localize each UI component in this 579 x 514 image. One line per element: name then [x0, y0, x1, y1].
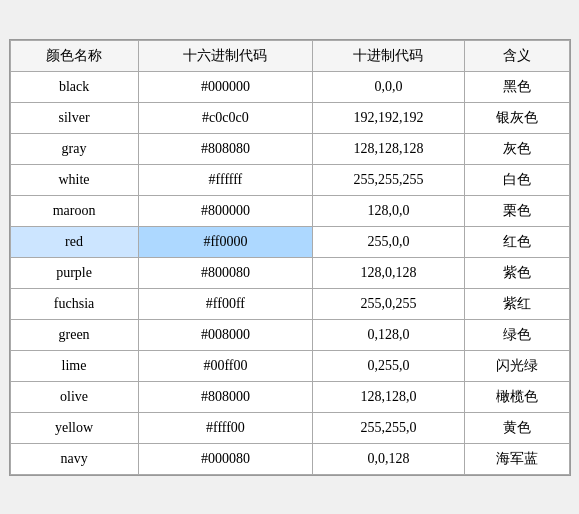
cell-meaning: 灰色 — [464, 133, 569, 164]
cell-meaning: 橄榄色 — [464, 381, 569, 412]
table-row: yellow#ffff00255,255,0黄色 — [10, 412, 569, 443]
table-row: silver#c0c0c0192,192,192银灰色 — [10, 102, 569, 133]
cell-color-name: white — [10, 164, 138, 195]
cell-hex-code: #000000 — [138, 71, 313, 102]
cell-meaning: 栗色 — [464, 195, 569, 226]
cell-color-name: yellow — [10, 412, 138, 443]
header-name: 颜色名称 — [10, 40, 138, 71]
cell-dec-code: 0,255,0 — [313, 350, 464, 381]
cell-dec-code: 255,255,0 — [313, 412, 464, 443]
cell-dec-code: 0,0,0 — [313, 71, 464, 102]
header-hex: 十六进制代码 — [138, 40, 313, 71]
cell-color-name: lime — [10, 350, 138, 381]
cell-meaning: 紫红 — [464, 288, 569, 319]
table-row: olive#808000128,128,0橄榄色 — [10, 381, 569, 412]
cell-hex-code: #000080 — [138, 443, 313, 474]
color-table-wrapper: 颜色名称 十六进制代码 十进制代码 含义 black#0000000,0,0黑色… — [9, 39, 571, 476]
table-row: white#ffffff255,255,255白色 — [10, 164, 569, 195]
cell-meaning: 紫色 — [464, 257, 569, 288]
color-table: 颜色名称 十六进制代码 十进制代码 含义 black#0000000,0,0黑色… — [10, 40, 570, 475]
header-dec: 十进制代码 — [313, 40, 464, 71]
cell-color-name: purple — [10, 257, 138, 288]
cell-color-name: fuchsia — [10, 288, 138, 319]
cell-hex-code: #808000 — [138, 381, 313, 412]
table-row: navy#0000800,0,128海军蓝 — [10, 443, 569, 474]
cell-hex-code: #008000 — [138, 319, 313, 350]
cell-dec-code: 255,0,0 — [313, 226, 464, 257]
cell-dec-code: 128,0,0 — [313, 195, 464, 226]
table-row: red#ff0000255,0,0红色 — [10, 226, 569, 257]
cell-dec-code: 192,192,192 — [313, 102, 464, 133]
cell-hex-code: #ff00ff — [138, 288, 313, 319]
table-row: green#0080000,128,0绿色 — [10, 319, 569, 350]
table-row: maroon#800000128,0,0栗色 — [10, 195, 569, 226]
cell-meaning: 红色 — [464, 226, 569, 257]
cell-hex-code: #800000 — [138, 195, 313, 226]
cell-dec-code: 0,0,128 — [313, 443, 464, 474]
cell-meaning: 白色 — [464, 164, 569, 195]
cell-hex-code: #ff0000 — [138, 226, 313, 257]
cell-color-name: green — [10, 319, 138, 350]
cell-dec-code: 128,128,0 — [313, 381, 464, 412]
cell-hex-code: #ffffff — [138, 164, 313, 195]
cell-meaning: 海军蓝 — [464, 443, 569, 474]
cell-meaning: 闪光绿 — [464, 350, 569, 381]
cell-color-name: navy — [10, 443, 138, 474]
cell-hex-code: #c0c0c0 — [138, 102, 313, 133]
cell-dec-code: 255,0,255 — [313, 288, 464, 319]
cell-color-name: olive — [10, 381, 138, 412]
cell-color-name: black — [10, 71, 138, 102]
cell-meaning: 黑色 — [464, 71, 569, 102]
cell-hex-code: #808080 — [138, 133, 313, 164]
header-meaning: 含义 — [464, 40, 569, 71]
cell-meaning: 绿色 — [464, 319, 569, 350]
table-row: purple#800080128,0,128紫色 — [10, 257, 569, 288]
cell-dec-code: 0,128,0 — [313, 319, 464, 350]
cell-color-name: silver — [10, 102, 138, 133]
table-header-row: 颜色名称 十六进制代码 十进制代码 含义 — [10, 40, 569, 71]
table-row: gray#808080128,128,128灰色 — [10, 133, 569, 164]
table-row: lime#00ff000,255,0闪光绿 — [10, 350, 569, 381]
table-row: fuchsia#ff00ff255,0,255紫红 — [10, 288, 569, 319]
cell-hex-code: #00ff00 — [138, 350, 313, 381]
cell-meaning: 银灰色 — [464, 102, 569, 133]
table-row: black#0000000,0,0黑色 — [10, 71, 569, 102]
cell-dec-code: 128,0,128 — [313, 257, 464, 288]
cell-color-name: red — [10, 226, 138, 257]
cell-color-name: maroon — [10, 195, 138, 226]
cell-dec-code: 128,128,128 — [313, 133, 464, 164]
cell-color-name: gray — [10, 133, 138, 164]
cell-meaning: 黄色 — [464, 412, 569, 443]
cell-dec-code: 255,255,255 — [313, 164, 464, 195]
cell-hex-code: #800080 — [138, 257, 313, 288]
cell-hex-code: #ffff00 — [138, 412, 313, 443]
